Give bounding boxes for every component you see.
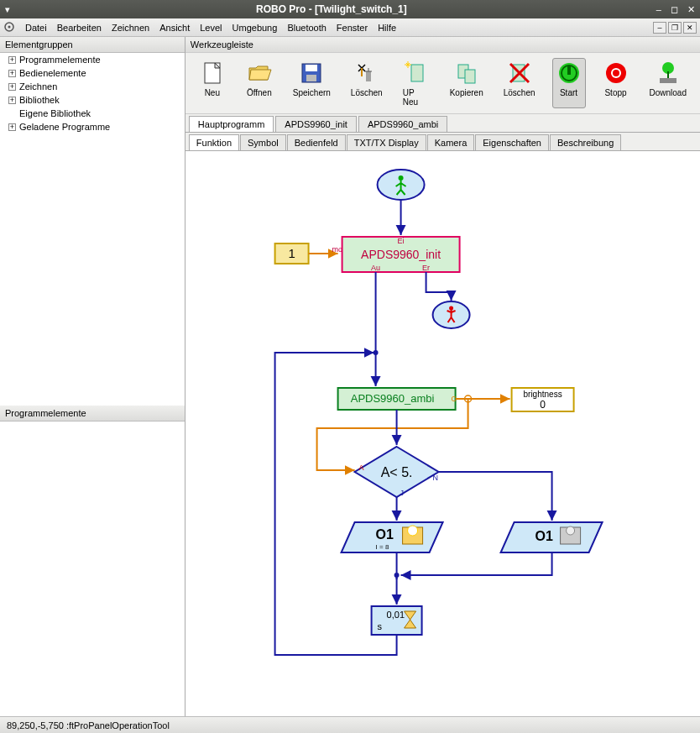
toolbar-label-save: Speichern — [293, 88, 331, 97]
sidebar-header: Elementgruppen — [0, 37, 185, 53]
mdi-minimize-button[interactable]: – — [653, 22, 666, 34]
view-tab-eigenschaften[interactable]: Eigenschaften — [475, 134, 549, 150]
expand-icon[interactable]: + — [8, 97, 16, 104]
block1-label: APDS9960_init — [361, 248, 441, 261]
block1-bl-label: Au — [371, 264, 380, 272]
menu-ansicht[interactable]: Ansicht — [154, 21, 195, 34]
app-menu-icon[interactable]: ▾ — [5, 4, 10, 15]
expand-icon[interactable]: + — [8, 83, 16, 91]
svg-point-22 — [449, 306, 453, 311]
view-tab-kamera[interactable]: Kamera — [427, 134, 475, 150]
window-title: ROBO Pro - [Twilight_switch_1] — [13, 3, 650, 15]
const-1-value: 1 — [288, 246, 295, 260]
tree-item-bibliothek[interactable]: +Bibliothek — [0, 93, 185, 107]
tree-item-programmelemente[interactable]: +Programmelemente — [0, 53, 185, 66]
view-tab-funktion[interactable]: Funktion — [189, 134, 239, 150]
start-button[interactable]: Start — [552, 58, 586, 108]
svg-rect-6 — [306, 75, 316, 81]
brightness-label: brightness — [523, 390, 562, 399]
view-tab-symbol[interactable]: Symbol — [240, 134, 286, 150]
tree-item-eigene-bibliothek[interactable]: Eigene Bibliothek — [0, 107, 185, 120]
expand-icon[interactable]: + — [8, 56, 16, 64]
svg-point-18 — [398, 175, 403, 181]
svg-point-28 — [407, 526, 417, 536]
menu-umgebung[interactable]: Umgebung — [227, 21, 283, 34]
view-tab-bedienfeld[interactable]: Bedienfeld — [287, 134, 346, 150]
new-button[interactable]: Neu — [196, 58, 229, 108]
toolbar-label-download: Download — [650, 88, 687, 97]
titlebar: ▾ ROBO Pro - [Twilight_switch_1] – ◻ ✕ — [0, 0, 700, 18]
download-button[interactable]: Download — [646, 58, 690, 108]
mdi-restore-button[interactable]: ❐ — [668, 22, 682, 34]
file-tab-hauptprogramm[interactable]: Hauptprogramm — [189, 116, 274, 132]
decision-n-label: N — [432, 474, 438, 482]
menu-bearbeiten[interactable]: Bearbeiten — [52, 21, 107, 34]
view-tabs: Funktion Symbol Bedienfeld TXT/TX Displa… — [185, 133, 700, 151]
programmelemente-panel[interactable] — [0, 421, 185, 716]
o1-sub: I = 8 — [375, 543, 389, 551]
mdi-close-button[interactable]: ✕ — [683, 22, 697, 34]
svg-point-1 — [8, 25, 11, 28]
minimize-button[interactable]: – — [656, 4, 661, 14]
menu-fenster[interactable]: Fenster — [332, 21, 373, 34]
sidebar: Elementgruppen +Programmelemente +Bedien… — [0, 37, 185, 716]
brightness-value: 0 — [540, 399, 546, 411]
upnew-button[interactable]: UP Neu — [400, 58, 433, 108]
expand-icon[interactable]: + — [8, 123, 16, 131]
delete2-button[interactable]: Löschen — [500, 58, 539, 108]
decision-a-label: A — [358, 463, 363, 472]
flowchart-svg[interactable]: 1 mo Ei APDS9960_init Au Er — [185, 151, 700, 705]
element-tree[interactable]: +Programmelemente +Bedienelemente +Zeich… — [0, 53, 185, 406]
tree-item-bedienelemente[interactable]: +Bedienelemente — [0, 66, 185, 80]
o1-label: O1 — [375, 527, 393, 542]
menu-bluetooth[interactable]: Bluetooth — [282, 21, 331, 34]
maximize-button[interactable]: ◻ — [671, 4, 678, 14]
main-area: Werkzeugleiste Neu Öffnen Speichern Lösc… — [185, 37, 700, 716]
open-button[interactable]: Öffnen — [243, 58, 276, 108]
svg-point-30 — [566, 526, 574, 535]
toolbar-label: Werkzeugleiste — [185, 37, 700, 53]
decision-label: A< 5. — [381, 465, 413, 479]
toolbar: Neu Öffnen Speichern Löschen UP Neu — [185, 53, 700, 114]
svg-rect-7 — [411, 65, 423, 81]
toolbar-label-open: Öffnen — [247, 88, 272, 97]
const-1-out-label: mo — [332, 245, 342, 254]
block1-top-label: Ei — [397, 237, 404, 245]
svg-point-34 — [373, 350, 378, 355]
close-button[interactable]: ✕ — [687, 4, 695, 14]
delay-value: 0,01 — [386, 610, 404, 620]
file-tab-apds-ambi[interactable]: APDS9960_ambi — [358, 116, 447, 132]
toolbar-label-delete: Löschen — [351, 88, 383, 97]
menu-datei[interactable]: Datei — [20, 21, 52, 34]
sidebar-panel2-header: Programmelemente — [0, 406, 185, 421]
toolbar-label-upnew: UP Neu — [403, 88, 430, 107]
svg-rect-12 — [567, 66, 571, 75]
status-text: 89,250,-5,750 :ftProPanelOperationTool — [7, 720, 170, 730]
view-tab-txt-display[interactable]: TXT/TX Display — [347, 134, 426, 150]
statusbar: 89,250,-5,750 :ftProPanelOperationTool — [0, 716, 700, 733]
file-tab-apds-init[interactable]: APDS9960_init — [275, 116, 357, 132]
toolbar-label-new: Neu — [205, 88, 220, 97]
tree-item-zeichnen[interactable]: +Zeichnen — [0, 80, 185, 93]
menubar: Datei Bearbeiten Zeichnen Ansicht Level … — [0, 18, 700, 37]
svg-point-16 — [613, 70, 619, 76]
toolbar-label-stop: Stopp — [604, 88, 626, 97]
svg-rect-9 — [465, 70, 475, 83]
file-tabs: Hauptprogramm APDS9960_init APDS9960_amb… — [185, 114, 700, 133]
flowchart-canvas[interactable]: 1 mo Ei APDS9960_init Au Er — [185, 151, 700, 716]
delay-unit: s — [377, 621, 382, 631]
copy-button[interactable]: Kopieren — [447, 58, 487, 108]
gear-icon[interactable] — [3, 21, 15, 34]
stop-button[interactable]: Stopp — [599, 58, 633, 108]
menu-hilfe[interactable]: Hilfe — [373, 21, 401, 34]
window-controls: – ◻ ✕ — [650, 4, 695, 15]
delete-button[interactable]: Löschen — [347, 58, 386, 108]
tree-item-geladene-programme[interactable]: +Geladene Programme — [0, 120, 185, 134]
menu-zeichnen[interactable]: Zeichnen — [107, 21, 154, 34]
menu-level[interactable]: Level — [195, 21, 227, 34]
o2-label: O1 — [535, 529, 552, 543]
view-tab-beschreibung[interactable]: Beschreibung — [550, 134, 621, 150]
expand-icon[interactable]: + — [8, 70, 16, 77]
save-button[interactable]: Speichern — [290, 58, 334, 108]
toolbar-label-start: Start — [560, 88, 577, 97]
